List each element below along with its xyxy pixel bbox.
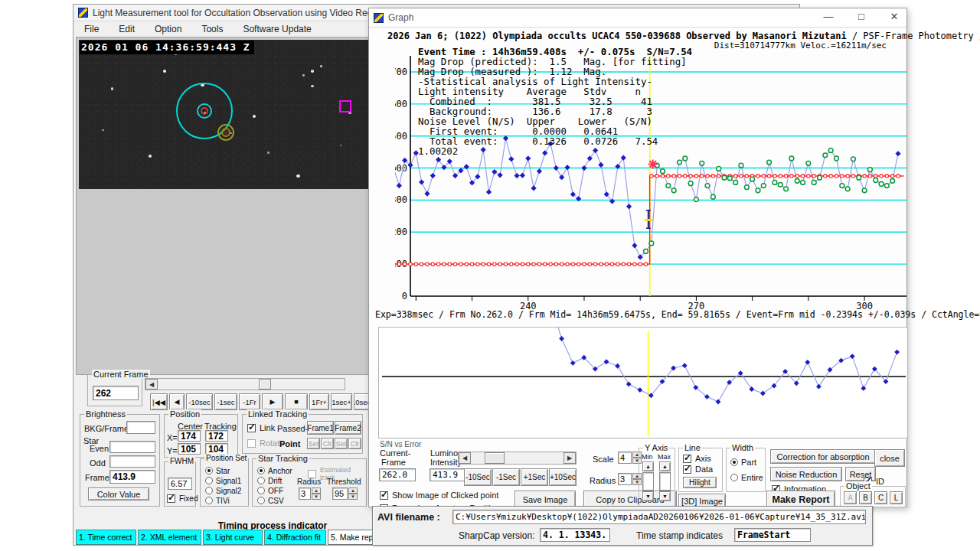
timing-step: 2. XML element — [138, 530, 201, 545]
playback-fwd1fr-button[interactable]: 1Fr+ — [309, 393, 329, 410]
graph-scroll-right[interactable]: ▶ — [564, 452, 576, 464]
scroll-left-arrow[interactable]: ◀ — [145, 379, 158, 390]
set-button-2[interactable]: Set — [335, 438, 348, 449]
checkbox-icon[interactable] — [247, 424, 256, 432]
playback-prev-button[interactable]: ◀ — [169, 393, 185, 410]
current-frame-input[interactable]: 262 — [93, 386, 139, 400]
checkbox-icon[interactable] — [308, 470, 316, 478]
ymin-down-button[interactable]: ▼ — [642, 491, 654, 501]
playback-stop-button[interactable]: ■ — [285, 393, 308, 410]
graph-scrollbar[interactable]: ◀ ▶ — [458, 452, 577, 465]
object-a-button[interactable]: A — [844, 491, 857, 504]
radius-spinner[interactable]: 3 ▲▼ — [299, 487, 321, 500]
radio-icon[interactable] — [257, 497, 265, 504]
radio-icon[interactable] — [257, 477, 265, 484]
show-image-checkbox[interactable]: Show Image of Clicked point — [380, 491, 498, 500]
clr-button-1[interactable]: Clr — [321, 438, 334, 449]
noise-reduction-button[interactable]: Noise Reduction — [770, 467, 842, 481]
checkbox-icon[interactable] — [683, 455, 691, 463]
scroll-thumb[interactable] — [259, 379, 271, 390]
menu-item[interactable]: Software Update — [243, 24, 311, 34]
menu-item[interactable]: Tools — [201, 24, 223, 34]
menu-item[interactable]: File — [84, 24, 99, 34]
clr-button-2[interactable]: Clr — [348, 438, 361, 449]
comparison-aperture-square[interactable] — [339, 100, 351, 112]
color-value-button[interactable]: Color Value — [88, 487, 149, 500]
star-tracking-radio[interactable]: CSV — [257, 496, 292, 505]
radio-icon[interactable] — [257, 487, 265, 494]
width-entire-radio[interactable]: Entire — [730, 473, 763, 482]
playback-back1fr-button[interactable]: -1Fr — [239, 393, 260, 410]
spin-down-icon[interactable]: ▼ — [348, 494, 358, 500]
close-button[interactable]: close — [874, 449, 905, 467]
data-checkbox[interactable]: Data — [683, 465, 713, 474]
object-b-button[interactable]: B — [859, 491, 872, 504]
object-c-button[interactable]: C — [874, 491, 887, 504]
playback-back1sec-button[interactable]: -1sec — [214, 393, 237, 410]
star-odd-input[interactable] — [109, 455, 155, 468]
checkbox-icon[interactable] — [247, 439, 256, 448]
sn-vs-error-chart[interactable] — [378, 327, 908, 439]
ymax-up-button[interactable]: ▲ — [659, 461, 671, 471]
graph-scroll-thumb[interactable] — [485, 452, 505, 464]
playback-back10sec-button[interactable]: -10sec — [186, 393, 213, 410]
graph-minus10sec-button[interactable]: -10Sec — [464, 468, 492, 486]
close-window-button[interactable]: ✕ — [888, 11, 900, 23]
star-even-input[interactable] — [109, 441, 155, 453]
brightness-group: Brightness BKG/Frame Star Even Odd Frame… — [80, 414, 160, 507]
position-set-radio[interactable]: TIVi — [205, 496, 241, 505]
radio-icon[interactable] — [205, 477, 213, 484]
star-tracking-radio[interactable]: OFF — [257, 486, 292, 495]
position-set-radio[interactable]: Signal2 — [205, 486, 241, 495]
checkbox-icon[interactable] — [380, 491, 388, 500]
spin-down-icon[interactable]: ▼ — [312, 494, 321, 500]
correction-absorption-button[interactable]: Correction for absorption — [770, 449, 876, 464]
graph-scroll-left[interactable]: ◀ — [459, 452, 471, 464]
graph-plus10sec-button[interactable]: +10Sec — [549, 468, 577, 486]
star-tracking-radio[interactable]: Drift — [257, 476, 292, 485]
frame-scrollbar[interactable]: ◀ — [145, 378, 345, 390]
radio-icon[interactable] — [205, 487, 213, 494]
frame1-button[interactable]: Frame1 — [307, 421, 334, 435]
bkg-frame-input[interactable] — [126, 421, 155, 434]
axis-checkbox[interactable]: Axis — [683, 454, 711, 463]
checkbox-icon[interactable] — [683, 465, 691, 474]
object-l-button[interactable]: L — [890, 491, 903, 504]
spin-up-icon[interactable]: ▲ — [312, 487, 321, 494]
spin-up-icon[interactable]: ▲ — [348, 487, 358, 494]
radio-icon[interactable] — [205, 467, 213, 474]
threshold-spinner[interactable]: 95 ▲▼ — [332, 487, 358, 500]
menu-item[interactable]: Edit — [119, 24, 135, 34]
width-part-radio[interactable]: Part — [730, 458, 756, 467]
graph-minus1sec-button[interactable]: -1Sec — [492, 468, 520, 486]
position-x-center: 174 — [178, 430, 201, 442]
graph-current-frame-input[interactable]: 262.0 — [379, 468, 416, 481]
star-tracking-radio[interactable]: Anchor — [257, 466, 292, 475]
ymax-down-button[interactable]: ▼ — [659, 491, 671, 501]
hilight-button[interactable]: Hilight — [683, 477, 717, 488]
playback-fwd1sec-button[interactable]: 1sec+ — [331, 393, 352, 410]
radio-icon[interactable] — [730, 474, 738, 481]
link-checkbox[interactable]: Link — [247, 423, 275, 432]
fwhm-fixed-checkbox[interactable]: Fixed — [167, 494, 198, 503]
ymin-up-button[interactable]: ▲ — [642, 461, 654, 471]
playback-first-button[interactable]: |◀◀ — [150, 393, 168, 410]
position-set-radio[interactable]: Signal1 — [205, 476, 241, 485]
frame-brightness-input[interactable]: 413.9 — [109, 470, 155, 484]
position-set-radio[interactable]: Star — [205, 466, 241, 475]
playback-play-button[interactable]: ▶ — [262, 393, 283, 410]
graph-plus1sec-button[interactable]: +1Sec — [521, 468, 548, 486]
graph-header: 2026 Jan 6; (1022) Olympiada occults UCA… — [387, 31, 980, 41]
menu-item[interactable]: Option — [155, 24, 181, 34]
video-frame[interactable]: 2026 01 06 14:36:59:443 Z — [79, 40, 369, 189]
avi-filename-input[interactable]: C:¥Users¥mizuk¥Desktop¥(1022)OlympiadaAD… — [452, 510, 866, 524]
star — [163, 70, 166, 73]
maximize-button[interactable]: □ — [855, 11, 867, 23]
radio-icon[interactable] — [205, 497, 213, 504]
radio-icon[interactable] — [730, 458, 738, 466]
set-button-1[interactable]: Set — [307, 438, 320, 449]
minimize-button[interactable]: — — [822, 11, 835, 23]
radio-icon[interactable] — [257, 467, 265, 474]
checkbox-icon[interactable] — [167, 494, 175, 503]
frame2-button[interactable]: Frame2 — [335, 421, 361, 435]
